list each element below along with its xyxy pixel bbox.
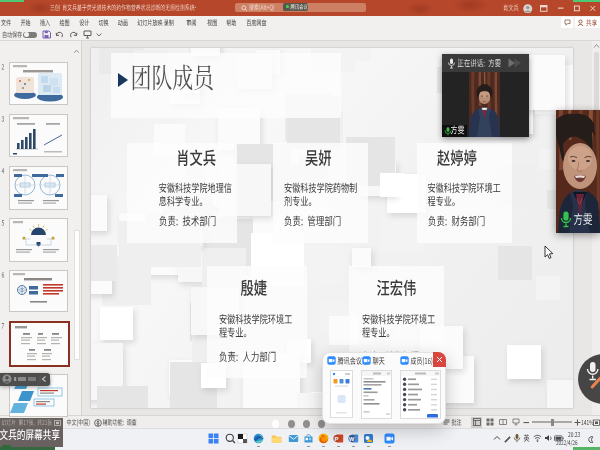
- svg-text:W: W: [349, 435, 355, 441]
- svg-text:P: P: [334, 435, 338, 441]
